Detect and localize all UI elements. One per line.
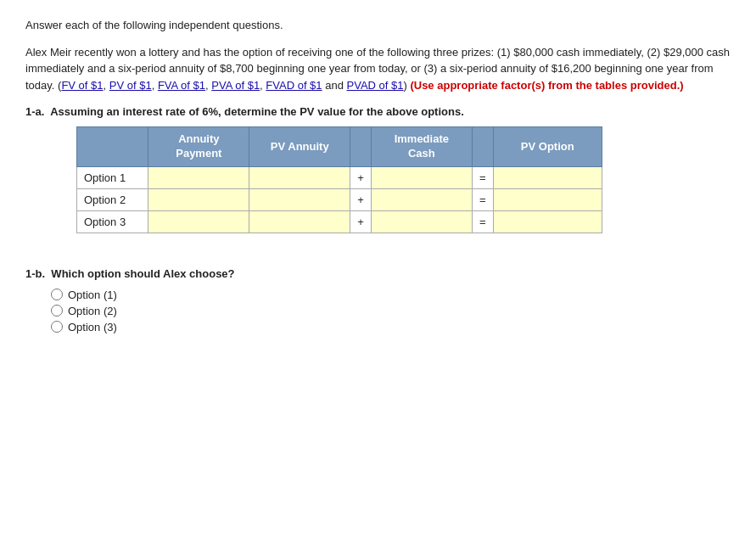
question-1b-text: Which option should Alex choose? — [51, 267, 234, 280]
row-1-label: Option 1 — [77, 166, 148, 188]
row-1-annuity-input[interactable] — [155, 171, 242, 184]
row-2-pv-option-input[interactable] — [501, 193, 596, 206]
col-header-plus — [350, 127, 372, 167]
row-3-pv-annuity-input[interactable] — [256, 216, 343, 228]
row-2-annuity-input[interactable] — [155, 193, 242, 206]
col-header-annuity-payment: AnnuityPayment — [148, 127, 249, 167]
radio-item-2[interactable]: Option (2) — [51, 305, 731, 317]
table-row: Option 2 + = — [77, 188, 602, 210]
row-2-pv-annuity[interactable] — [249, 188, 350, 210]
radio-item-1[interactable]: Option (1) — [51, 289, 731, 301]
row-3-equals: = — [472, 210, 493, 233]
col-header-pv-option: PV Option — [493, 127, 602, 167]
radio-label-2: Option (2) — [68, 305, 117, 317]
question-1b-label: 1-b. Which option should Alex choose? — [25, 267, 731, 280]
row-1-pv-annuity[interactable] — [249, 166, 350, 188]
col-header-immediate-cash: ImmediateCash — [371, 127, 472, 167]
row-3-cash-input[interactable] — [378, 216, 465, 228]
row-1-plus: + — [350, 166, 372, 188]
pva-link[interactable]: PVA of $1 — [211, 79, 260, 92]
col-header-pv-annuity: PV Annuity — [249, 127, 350, 167]
row-2-label: Option 2 — [77, 188, 148, 210]
table-row: Option 3 + = — [77, 210, 602, 233]
radio-option-2[interactable] — [51, 305, 63, 317]
row-2-pv-annuity-input[interactable] — [256, 193, 343, 206]
row-2-pv-option[interactable] — [493, 188, 602, 210]
row-1-immediate-cash[interactable] — [371, 166, 472, 188]
row-1-pv-annuity-input[interactable] — [256, 171, 343, 184]
bold-instruction: (Use appropriate factor(s) from the tabl… — [410, 79, 683, 92]
row-2-annuity[interactable] — [148, 188, 249, 210]
row-2-equals: = — [472, 188, 493, 210]
row-1-pv-option-input[interactable] — [501, 171, 596, 184]
row-1-pv-option[interactable] — [493, 166, 602, 188]
pv-table: AnnuityPayment PV Annuity ImmediateCash … — [76, 126, 602, 233]
col-header-row-label — [77, 127, 148, 167]
row-1-annuity[interactable] — [148, 166, 249, 188]
row-3-label: Option 3 — [77, 210, 148, 233]
fva-link[interactable]: FVA of $1 — [158, 79, 205, 92]
row-3-pv-option-input[interactable] — [501, 216, 596, 228]
row-1-equals: = — [472, 166, 493, 188]
question-1a-text: Assuming an interest rate of 6%, determi… — [50, 105, 464, 118]
row-2-plus: + — [350, 188, 372, 210]
row-3-annuity-input[interactable] — [155, 216, 242, 228]
row-2-immediate-cash[interactable] — [371, 188, 472, 210]
pv-link[interactable]: PV of $1 — [109, 79, 152, 92]
pvad-link[interactable]: PVAD of $1 — [347, 79, 404, 92]
row-3-immediate-cash[interactable] — [371, 210, 472, 233]
scenario-text: Alex Meir recently won a lottery and has… — [25, 44, 731, 94]
col-header-equals — [472, 127, 493, 167]
table-row: Option 1 + = — [77, 166, 602, 188]
radio-group: Option (1) Option (2) Option (3) — [51, 289, 731, 333]
row-3-annuity[interactable] — [148, 210, 249, 233]
radio-option-1[interactable] — [51, 289, 63, 300]
fvad-link[interactable]: FVAD of $1 — [266, 79, 322, 92]
radio-item-3[interactable]: Option (3) — [51, 321, 731, 333]
row-2-cash-input[interactable] — [378, 193, 465, 206]
row-1-cash-input[interactable] — [378, 171, 465, 184]
row-3-pv-annuity[interactable] — [249, 210, 350, 233]
row-3-plus: + — [350, 210, 372, 233]
row-3-pv-option[interactable] — [493, 210, 602, 233]
fv-link[interactable]: FV of $1 — [61, 79, 103, 92]
radio-label-1: Option (1) — [68, 289, 117, 301]
radio-label-3: Option (3) — [68, 321, 117, 333]
radio-option-3[interactable] — [51, 321, 63, 333]
question-1a-label: 1-a. Assuming an interest rate of 6%, de… — [25, 105, 731, 118]
instruction-text: Answer each of the following independent… — [25, 17, 731, 34]
question-1b-section: 1-b. Which option should Alex choose? Op… — [25, 267, 731, 333]
